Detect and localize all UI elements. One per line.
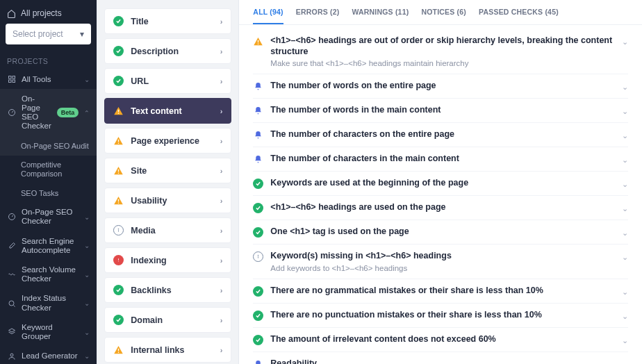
category-item[interactable]: Title› xyxy=(104,8,231,34)
filter-tab[interactable]: WARNINGS (11) xyxy=(352,0,409,24)
info-icon xyxy=(253,251,263,262)
sidebar-item-label: Keyword Grouper xyxy=(22,323,79,341)
svg-rect-10 xyxy=(118,140,119,142)
svg-rect-12 xyxy=(118,169,119,172)
check-icon xyxy=(253,311,263,321)
check-icon xyxy=(253,335,263,345)
category-item[interactable]: Text content› xyxy=(104,98,231,124)
chevron-down-icon: ⌄ xyxy=(622,288,628,297)
warning-icon xyxy=(113,135,124,146)
chevron-down-icon: ⌄ xyxy=(622,253,628,262)
category-label: URL xyxy=(131,76,213,86)
chevron-down-icon: ⌄ xyxy=(622,204,628,213)
chevron-down-icon: ⌄ xyxy=(622,312,628,321)
check-row[interactable]: The amount of irrelevant content does no… xyxy=(253,328,628,352)
check-icon xyxy=(253,179,263,189)
check-title: There are no grammatical mistakes or the… xyxy=(270,286,615,297)
svg-point-15 xyxy=(118,203,120,204)
category-item[interactable]: Backlinks› xyxy=(104,277,231,303)
check-row[interactable]: There are no grammatical mistakes or the… xyxy=(253,279,628,304)
check-row[interactable]: <h1>–<h6> headings are used on the page⌄ xyxy=(253,196,628,220)
svg-rect-2 xyxy=(8,80,11,83)
svg-point-6 xyxy=(9,301,14,306)
layers-icon xyxy=(7,328,16,337)
check-row[interactable]: One <h1> tag is used on the page⌄ xyxy=(253,220,628,245)
sidebar-item-label: Competitive Comparison xyxy=(21,160,90,178)
all-projects-link[interactable]: All projects xyxy=(6,6,91,24)
chevron-down-icon: ⌄ xyxy=(84,299,90,307)
sidebar-item-label: On-Page SEO Audit xyxy=(21,142,90,151)
bell-icon xyxy=(253,130,263,140)
check-row[interactable]: The number of characters on the entire p… xyxy=(253,123,628,147)
sidebar-item-index-status[interactable]: Index Status Checker⌄ xyxy=(0,289,97,317)
bell-icon xyxy=(253,81,263,92)
check-icon xyxy=(113,315,124,325)
category-label: Media xyxy=(131,226,213,235)
info-icon xyxy=(113,225,124,235)
category-label: Backlinks xyxy=(131,286,213,295)
warning-icon xyxy=(113,165,124,176)
sidebar-item-on-page-seo-checker-beta[interactable]: On-Page SEO CheckerBeta⌄ xyxy=(0,89,97,136)
check-icon xyxy=(253,227,263,238)
sidebar-item-sub-audit[interactable]: On-Page SEO Audit xyxy=(0,136,97,156)
edit-icon xyxy=(7,241,16,250)
category-label: Internal links xyxy=(131,345,213,355)
category-item[interactable]: Indexing› xyxy=(104,247,231,273)
svg-rect-8 xyxy=(118,110,119,113)
svg-point-9 xyxy=(118,113,120,115)
sidebar-item-on-page-seo-checker[interactable]: On-Page SEO Checker⌄ xyxy=(0,203,97,231)
category-item[interactable]: Description› xyxy=(104,38,231,64)
check-title: Keyword(s) missing in <h1>–<h6> headings xyxy=(270,251,615,262)
check-row[interactable]: There are no punctuation mistakes or the… xyxy=(253,304,628,328)
sidebar-item-search-autocomplete[interactable]: Search Engine Autocomplete⌄ xyxy=(0,231,97,260)
check-title: Readability xyxy=(270,358,615,364)
beta-badge: Beta xyxy=(57,108,79,117)
check-icon xyxy=(113,285,124,295)
sidebar-item-sub-comp[interactable]: Competitive Comparison xyxy=(0,156,97,183)
chevron-right-icon: › xyxy=(220,346,223,354)
sidebar-item-keyword-grouper[interactable]: Keyword Grouper⌄ xyxy=(0,317,97,346)
filter-tab[interactable]: ERRORS (2) xyxy=(296,0,340,24)
sidebar-item-lead-generator[interactable]: Lead Generator⌄ xyxy=(0,347,97,364)
chevron-right-icon: › xyxy=(220,226,223,235)
chevron-right-icon: › xyxy=(220,316,223,324)
category-item[interactable]: Site› xyxy=(104,158,231,183)
check-row[interactable]: The number of characters in the main con… xyxy=(253,147,628,172)
category-label: Description xyxy=(131,47,213,56)
sidebar-item-sub-tasks[interactable]: SEO Tasks xyxy=(0,183,97,203)
category-item[interactable]: URL› xyxy=(104,68,231,94)
check-row[interactable]: Keyword(s) missing in <h1>–<h6> headings… xyxy=(253,245,628,279)
chevron-right-icon: › xyxy=(220,47,223,56)
svg-rect-1 xyxy=(13,76,15,79)
category-item[interactable]: Usability› xyxy=(104,188,231,213)
bell-icon xyxy=(253,106,263,116)
category-panel: Title›Description›URL›Text content›Page … xyxy=(97,0,239,364)
check-row[interactable]: Keywords are used at the beginning of th… xyxy=(253,172,628,196)
category-item[interactable]: Domain› xyxy=(104,307,231,333)
check-hint: Make sure that <h1>–<h6> headings mainta… xyxy=(270,59,615,67)
category-item[interactable]: Media› xyxy=(104,217,231,243)
check-row[interactable]: The number of words in the main content⌄ xyxy=(253,99,628,123)
chevron-right-icon: › xyxy=(220,107,223,115)
sidebar-item-all-tools[interactable]: All Tools⌄ xyxy=(0,69,97,89)
check-row[interactable]: Readability⌄ xyxy=(253,352,628,364)
warning-icon xyxy=(253,36,263,47)
svg-rect-27 xyxy=(258,256,258,258)
sidebar-item-label: On-Page SEO Checker xyxy=(22,208,79,226)
category-item[interactable]: Internal links› xyxy=(104,337,231,363)
category-item[interactable]: Page experience› xyxy=(104,128,231,154)
check-title: The number of characters in the main con… xyxy=(270,154,615,165)
project-select[interactable]: Select project ▾ xyxy=(6,24,91,44)
filter-tab[interactable]: PASSED CHECKS (45) xyxy=(479,0,559,24)
check-title: The amount of irrelevant content does no… xyxy=(270,334,615,345)
filter-tab[interactable]: ALL (94) xyxy=(253,0,283,24)
sidebar-item-search-volume[interactable]: Search Volume Checker⌄ xyxy=(0,260,97,289)
filter-tab[interactable]: NOTICES (6) xyxy=(421,0,466,24)
check-row[interactable]: <h1>–<h6> headings are out of order or s… xyxy=(253,29,628,74)
check-row[interactable]: The number of words on the entire page⌄ xyxy=(253,74,628,99)
category-label: Title xyxy=(131,17,213,26)
check-icon xyxy=(113,76,124,86)
chevron-down-icon: ⌄ xyxy=(622,156,628,165)
checks-list: <h1>–<h6> headings are out of order or s… xyxy=(239,25,642,364)
svg-rect-17 xyxy=(118,230,119,232)
